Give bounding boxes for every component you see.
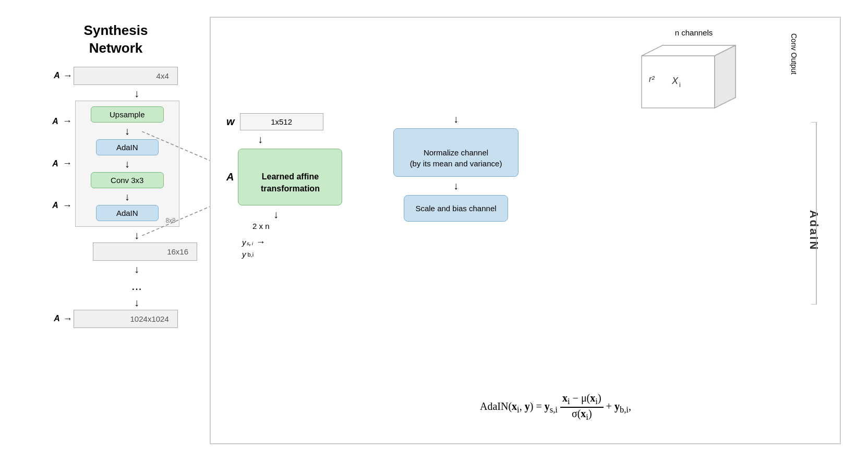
a-label-1: A bbox=[54, 71, 60, 80]
svg-marker-6 bbox=[715, 45, 736, 108]
arrow-w-down: ↓ bbox=[258, 134, 263, 145]
a-label-affine: A bbox=[226, 171, 234, 183]
row-16x16: 16x16 bbox=[27, 242, 204, 261]
a-label-3: A bbox=[52, 159, 58, 168]
w-label: w bbox=[226, 116, 235, 128]
size-label-8x8: 8x8 bbox=[165, 217, 175, 224]
arrow-affine-down: ↓ bbox=[273, 209, 279, 221]
ys-label: yₛ,ᵢ bbox=[242, 238, 253, 247]
arrow-down-2: ↓ bbox=[134, 230, 139, 240]
svg-text:r²: r² bbox=[649, 75, 655, 83]
main-container: Synthesis Network A → 4x4 ↓ A bbox=[27, 17, 841, 444]
inner-block-container: A → A → A → Upsample ↓ AdaIN bbox=[52, 101, 179, 227]
yb-row: y b,i bbox=[242, 250, 254, 259]
conv-box: Conv 3x3 bbox=[91, 172, 164, 188]
a-label-final: A bbox=[54, 314, 60, 323]
two-n-label: 2 x n bbox=[252, 222, 270, 231]
arrow-down-4: ↓ bbox=[134, 297, 139, 308]
normalize-box: Normalize channel (by its mean and varia… bbox=[393, 128, 519, 177]
left-flow: w 1x512 ↓ A Learned affine transformatio… bbox=[226, 113, 372, 259]
a-row-conv: A → bbox=[52, 158, 73, 169]
3d-cube-svg: r² X i bbox=[626, 40, 762, 118]
arrow-down-1: ↓ bbox=[134, 88, 139, 99]
svg-text:X: X bbox=[671, 76, 679, 86]
affine-block: Learned affine transformation bbox=[238, 149, 342, 205]
svg-text:i: i bbox=[679, 81, 681, 89]
synthesis-title: Synthesis Network bbox=[84, 22, 148, 57]
a-label-4: A bbox=[52, 201, 58, 210]
node-4x4: 4x4 bbox=[74, 67, 178, 85]
a-row-upsample: A → bbox=[52, 116, 73, 127]
n-channels-label: n channels bbox=[675, 28, 713, 37]
middle-flow: w 1x512 ↓ A Learned affine transformatio… bbox=[226, 113, 824, 259]
right-flow: ↓ Normalize channel (by its mean and var… bbox=[393, 113, 519, 222]
a-row-adain2: A → bbox=[52, 200, 73, 211]
w-row: w 1x512 bbox=[226, 113, 323, 130]
row-4x4: A → 4x4 bbox=[27, 67, 204, 85]
yb-subscript: b,i bbox=[248, 251, 254, 258]
dots: ... bbox=[131, 278, 142, 293]
upsample-box: Upsample bbox=[91, 106, 164, 123]
row-1024x1024: A → 1024x1024 bbox=[27, 310, 204, 328]
affine-row: A Learned affine transformation bbox=[226, 149, 342, 205]
a-label-2: A bbox=[52, 117, 58, 126]
arrow-final: → bbox=[63, 313, 73, 324]
arrow-2: → bbox=[63, 116, 72, 127]
ys-yb-area: yₛ,ᵢ → y b,i bbox=[242, 237, 266, 259]
arrow-3d-down: ↓ bbox=[453, 113, 459, 125]
arrow-ys: → bbox=[256, 237, 266, 248]
arrow-down-3: ↓ bbox=[134, 264, 139, 274]
arrow-4: → bbox=[63, 200, 72, 211]
ys-row: yₛ,ᵢ → bbox=[242, 237, 266, 248]
yb-label: y bbox=[242, 250, 246, 259]
adain2-box: AdaIN bbox=[96, 205, 159, 221]
arrow-inner-2: ↓ bbox=[125, 159, 130, 169]
arrow-3: → bbox=[63, 158, 72, 169]
three-d-box-group: n channels r² X i bbox=[626, 28, 762, 118]
network-diagram: A → 4x4 ↓ A → A → bbox=[27, 67, 204, 329]
conv-output-label: Conv Output bbox=[790, 33, 798, 75]
formula-area: AdaIN(xi, y) = ys,i xi − μ(xi) σ(xi) + y… bbox=[480, 382, 631, 422]
adain-vertical-label: AdaIN bbox=[807, 210, 821, 251]
top-3d-area: n channels r² X i bbox=[226, 28, 762, 118]
a-labels-col: A → A → A → bbox=[52, 101, 73, 227]
left-panel: Synthesis Network A → 4x4 ↓ A bbox=[27, 17, 204, 444]
scale-bias-box: Scale and bias channel bbox=[404, 195, 508, 222]
adain1-box: AdaIN bbox=[96, 139, 159, 155]
arrow-1: → bbox=[63, 70, 73, 81]
arrow-inner-3: ↓ bbox=[125, 191, 130, 202]
inner-block-8x8: Upsample ↓ AdaIN ↓ Conv 3x3 ↓ AdaIN 8x8 bbox=[75, 101, 179, 227]
node-1024x1024: 1024x1024 bbox=[74, 310, 178, 328]
arrow-normalize-down: ↓ bbox=[453, 180, 459, 192]
formula-text: AdaIN(xi, y) = ys,i xi − μ(xi) σ(xi) + y… bbox=[480, 392, 631, 422]
arrow-inner-1: ↓ bbox=[125, 126, 130, 136]
w-box: 1x512 bbox=[240, 113, 323, 130]
node-16x16: 16x16 bbox=[93, 242, 197, 261]
right-panel: AdaIN Conv Output n channels bbox=[210, 17, 841, 444]
